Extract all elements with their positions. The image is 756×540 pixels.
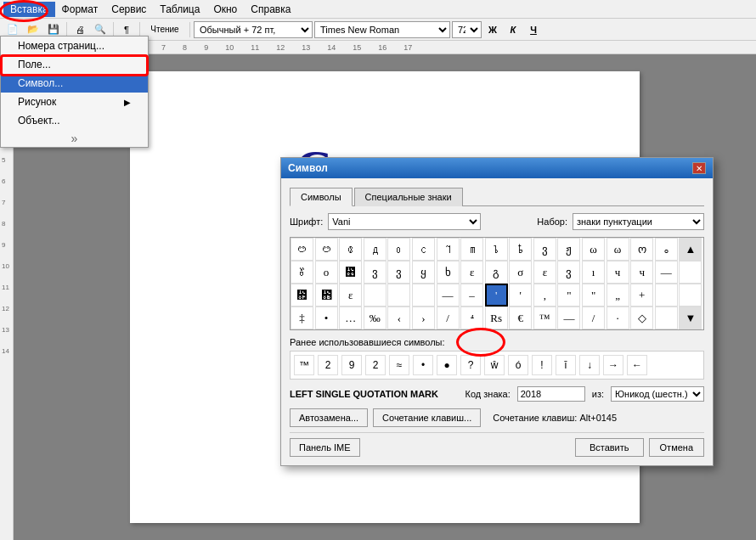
menu-table[interactable]: Таблица (153, 2, 206, 17)
sym-cell[interactable]: ᳩ (291, 238, 313, 261)
sym-cell[interactable] (387, 284, 410, 307)
tab-symbols[interactable]: Символы (290, 188, 353, 206)
sym-cell[interactable]: ‡ (291, 307, 313, 329)
sym-cell[interactable]: ▲ (679, 238, 702, 261)
sym-cell[interactable]: " (582, 284, 605, 307)
cancel-btn[interactable]: Отмена (649, 438, 704, 457)
size-select[interactable]: 72 (452, 21, 482, 38)
recent-sym[interactable]: 2 (318, 355, 338, 375)
sym-cell[interactable] (655, 307, 678, 329)
sym-cell[interactable]: – (460, 284, 483, 307)
ime-btn[interactable]: Панель IME (290, 438, 360, 457)
symbol-dialog[interactable]: Символ ✕ Символы Специальные знаки Шрифт… (280, 157, 714, 466)
code-input[interactable] (517, 386, 585, 402)
sym-cell[interactable]: … (339, 307, 362, 329)
recent-sym[interactable]: ! (532, 355, 552, 375)
sym-cell[interactable]: · (606, 307, 629, 329)
autocorrect-btn[interactable]: Автозамена... (290, 408, 368, 427)
sym-cell[interactable]: ᲁ (364, 238, 386, 261)
recent-sym[interactable]: ™ (294, 355, 314, 375)
sym-cell[interactable] (412, 284, 435, 307)
sym-cell[interactable]: ვ (533, 238, 556, 261)
tab-special[interactable]: Специальные знаки (354, 188, 463, 206)
sym-cell[interactable]: ᲂ (387, 238, 410, 261)
sym-cell[interactable]: ο (315, 261, 338, 284)
bold-btn[interactable]: Ж (483, 20, 502, 39)
sym-cell[interactable]: ᲆ (485, 238, 508, 261)
sym-cell[interactable]: σ (509, 261, 532, 284)
sym-cell[interactable]: ᲊ (291, 284, 313, 307)
shortcut-btn[interactable]: Сочетание клавиш... (373, 408, 481, 427)
from-select[interactable]: Юникод (шестн.) (611, 386, 704, 402)
sym-cell[interactable]: € (509, 307, 532, 329)
sym-cell[interactable]: — (557, 307, 580, 329)
sym-cell[interactable]: ε (533, 261, 556, 284)
menu-service[interactable]: Сервис (104, 2, 153, 17)
sym-cell[interactable]: , (533, 284, 556, 307)
recent-sym[interactable]: 9 (341, 355, 362, 375)
sym-cell[interactable]: ı (582, 261, 605, 284)
sym-cell[interactable]: Ᲊ (339, 261, 362, 284)
sym-cell[interactable]: ч (606, 261, 629, 284)
recent-sym[interactable]: ó (508, 355, 528, 375)
font-select[interactable]: Times New Roman (314, 21, 450, 38)
sym-cell[interactable]: ყ (412, 261, 435, 284)
menu-object[interactable]: Объект... (1, 111, 148, 130)
sym-cell[interactable]: ч (630, 261, 653, 284)
sym-cell[interactable] (364, 284, 386, 307)
sym-cell[interactable]: › (412, 307, 435, 329)
recent-sym[interactable]: ● (437, 355, 457, 375)
underline-btn[interactable]: Ч (524, 20, 543, 39)
menu-more[interactable]: » (1, 130, 148, 147)
sym-cell[interactable]: ᲈ (291, 261, 313, 284)
sym-cell[interactable]: ▼ (679, 307, 702, 329)
menu-field[interactable]: Поле... (1, 55, 148, 74)
style-select[interactable]: Обычный + 72 пт, (194, 21, 313, 38)
sym-cell[interactable]: გ (485, 261, 508, 284)
sym-cell[interactable]: ω (606, 238, 629, 261)
recent-sym[interactable]: ↓ (579, 355, 600, 375)
recent-sym[interactable]: ? (460, 355, 481, 375)
recent-sym[interactable]: ≈ (389, 355, 409, 375)
sym-cell[interactable]: ᳩ (315, 238, 338, 261)
menu-help[interactable]: Справка (244, 2, 297, 17)
sym-cell[interactable]: ™ (533, 307, 556, 329)
sym-cell[interactable]: " (557, 284, 580, 307)
dialog-close-btn[interactable]: ✕ (692, 162, 706, 174)
read-btn[interactable]: Чтение (144, 20, 186, 39)
sym-cell[interactable]: ' (509, 284, 532, 307)
sym-cell-selected[interactable]: ' (485, 284, 508, 307)
sym-cell[interactable] (679, 284, 702, 307)
menu-insert[interactable]: Вставка (3, 2, 55, 17)
sym-cell[interactable]: ვ (387, 261, 410, 284)
sym-cell[interactable]: ε (339, 284, 362, 307)
sym-cell[interactable]: ᲄ (437, 238, 460, 261)
sym-cell[interactable]: / (582, 307, 605, 329)
sym-cell[interactable]: ‰ (364, 307, 386, 329)
sym-cell[interactable]: ᲋ (315, 284, 338, 307)
insert-btn[interactable]: Вставить (575, 438, 644, 457)
sym-cell[interactable]: ᲃ (412, 238, 435, 261)
sym-cell[interactable]: ᲅ (460, 238, 483, 261)
recent-sym[interactable]: → (603, 355, 623, 375)
menu-window[interactable]: Окно (206, 2, 244, 17)
sym-cell[interactable]: ω (582, 238, 605, 261)
sym-cell[interactable]: ε (460, 261, 483, 284)
menu-page-numbers[interactable]: Номера страниц... (1, 37, 148, 55)
sym-cell[interactable]: ვ (364, 261, 386, 284)
sym-cell[interactable]: ‹ (387, 307, 410, 329)
set-dropdown[interactable]: знаки пунктуации (573, 213, 704, 230)
sym-cell[interactable]: ო (630, 238, 653, 261)
sym-cell[interactable]: + (630, 284, 653, 307)
sym-cell[interactable]: ₒ (655, 238, 678, 261)
sym-cell[interactable] (655, 284, 678, 307)
sym-cell[interactable]: „ (606, 284, 629, 307)
recent-sym[interactable]: ī (556, 355, 576, 375)
sym-cell[interactable]: • (315, 307, 338, 329)
italic-btn[interactable]: К (504, 20, 522, 39)
sym-cell[interactable]: — (655, 261, 678, 284)
sym-cell[interactable]: ᲀ (339, 238, 362, 261)
sym-cell[interactable]: Rs (485, 307, 508, 329)
recent-sym[interactable]: • (413, 355, 433, 375)
sym-cell[interactable]: ჟ (557, 238, 580, 261)
